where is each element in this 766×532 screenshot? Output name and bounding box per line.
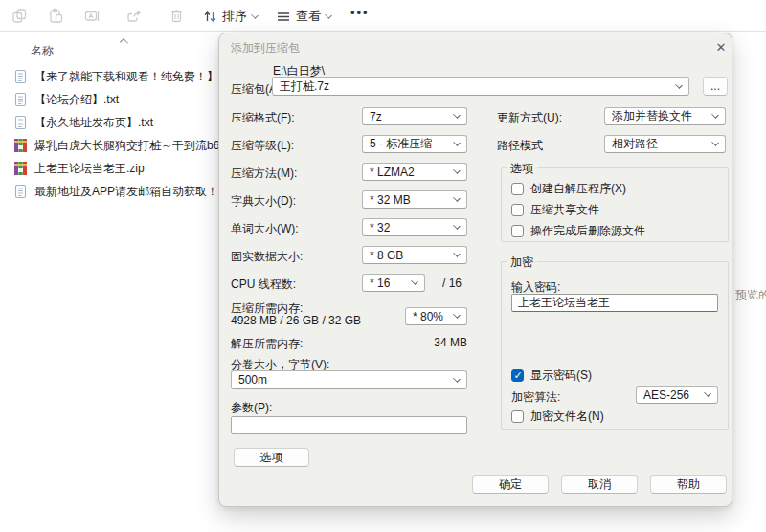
memory-usage-detail: 4928 MB / 26 GB / 32 GB: [231, 314, 361, 327]
encryption-groupbox: 加密 输入密码: 显示密码(S) 加密算法: AES-256 加密文件名(N): [501, 261, 729, 430]
solid-block-combobox[interactable]: * 8 GB: [362, 246, 467, 264]
file-row[interactable]: 爆乳白虎大长腿狗交打桩～干到流b6587...: [13, 136, 248, 155]
memory-percent-combobox[interactable]: * 80%: [405, 307, 467, 325]
dictionary-label: 字典大小(D):: [231, 193, 296, 210]
encrypt-filenames-checkbox[interactable]: 加密文件名(N): [511, 409, 604, 425]
options-group-title: 选项: [507, 161, 537, 177]
text-file-icon: [13, 115, 28, 130]
level-combobox[interactable]: 5 - 标准压缩: [362, 135, 467, 153]
view-lines-icon: [276, 10, 291, 24]
chevron-down-icon: [325, 11, 332, 19]
file-row[interactable]: 【永久地址发布页】.txt: [13, 113, 153, 132]
file-row[interactable]: 【论坛介绍】.txt: [13, 90, 119, 109]
file-name: 爆乳白虎大长腿狗交打桩～干到流b6587...: [34, 138, 248, 154]
cpu-threads-label: CPU 线程数:: [231, 277, 296, 293]
paste-icon[interactable]: [48, 8, 64, 24]
compress-shared-label: 压缩共享文件: [530, 202, 599, 218]
chevron-down-icon: [453, 222, 461, 230]
delete-after-checkbox[interactable]: 操作完成后删除源文件: [511, 223, 645, 239]
help-button[interactable]: 帮助: [650, 475, 727, 494]
share-icon[interactable]: [125, 8, 142, 24]
view-button[interactable]: 查看: [276, 5, 331, 28]
parameters-input[interactable]: [231, 416, 467, 434]
update-mode-combobox[interactable]: 添加并替换文件: [604, 107, 726, 125]
dictionary-value: * 32 MB: [370, 193, 411, 207]
delete-icon[interactable]: [169, 8, 185, 24]
text-file-icon: [13, 69, 28, 84]
word-size-combobox[interactable]: * 32: [362, 218, 467, 236]
decompress-memory-value: 34 MB: [425, 336, 467, 349]
chevron-down-icon: [704, 389, 711, 397]
copy-icon[interactable]: [11, 8, 28, 24]
show-password-checkbox[interactable]: 显示密码(S): [511, 367, 592, 384]
file-name: 【永久地址发布页】.txt: [34, 115, 153, 131]
file-name: 【论坛介绍】.txt: [34, 92, 119, 108]
update-mode-label: 更新方式(U):: [497, 110, 562, 126]
checkbox-unchecked-icon: [511, 204, 524, 216]
checkbox-unchecked-icon: [511, 225, 524, 237]
options-button[interactable]: 选项: [234, 448, 309, 467]
dictionary-combobox[interactable]: * 32 MB: [362, 190, 467, 209]
add-to-archive-dialog: 添加到压缩包 ✕ 压缩包(A) E:\白日梦\ 王打桩.7z ... 压缩格式(…: [218, 33, 732, 507]
path-mode-combobox[interactable]: 相对路径: [604, 135, 726, 153]
volume-size-combobox[interactable]: 500m: [231, 370, 467, 389]
chevron-down-icon: [453, 111, 461, 119]
file-row[interactable]: 最新地址及APP请发邮箱自动获取！！！...: [13, 182, 251, 201]
solid-block-label: 固实数据大小:: [231, 249, 303, 265]
password-input[interactable]: [511, 294, 718, 312]
encryption-method-value: AES-256: [643, 388, 689, 402]
checkbox-checked-icon: [511, 369, 524, 382]
chevron-down-icon: [453, 311, 461, 319]
explorer-toolbar: 排序 查看 •••: [0, 0, 766, 32]
chevron-down-icon: [711, 139, 719, 146]
method-label: 压缩方法(M):: [231, 166, 297, 182]
dialog-title: 添加到压缩包: [231, 40, 300, 56]
archive-name-value: 王打桩.7z: [280, 78, 329, 95]
chevron-down-icon: [675, 81, 683, 89]
file-row[interactable]: 上老王论坛当老王.zip: [13, 159, 145, 178]
checkbox-unchecked-icon: [511, 183, 524, 195]
level-label: 压缩等级(L):: [231, 138, 294, 154]
create-sfx-label: 创建自解压程序(X): [530, 181, 626, 197]
more-options-button[interactable]: •••: [350, 6, 370, 20]
ok-button[interactable]: 确定: [472, 475, 549, 494]
compress-shared-checkbox[interactable]: 压缩共享文件: [511, 202, 599, 218]
view-label: 查看: [296, 8, 321, 25]
cpu-threads-combobox[interactable]: * 16: [362, 274, 425, 292]
path-mode-value: 相对路径: [612, 136, 658, 152]
archive-file-icon: [13, 138, 28, 153]
delete-after-label: 操作完成后删除源文件: [530, 223, 645, 239]
sort-button[interactable]: 排序: [203, 5, 258, 28]
encryption-method-combobox[interactable]: AES-256: [636, 386, 718, 404]
close-icon[interactable]: ✕: [711, 37, 731, 56]
solid-block-value: * 8 GB: [370, 249, 403, 262]
file-row[interactable]: 【来了就能下载和观看！纯免费！】.txt: [13, 67, 234, 86]
browse-button[interactable]: ...: [703, 77, 728, 96]
chevron-down-icon: [453, 166, 461, 174]
text-file-icon: [13, 184, 28, 199]
checkbox-unchecked-icon: [511, 410, 524, 423]
word-size-value: * 32: [370, 221, 390, 234]
method-combobox[interactable]: * LZMA2: [362, 163, 467, 181]
sort-ascending-icon: [120, 38, 128, 47]
format-value: 7z: [370, 110, 382, 123]
format-combobox[interactable]: 7z: [362, 107, 467, 125]
encrypt-filenames-label: 加密文件名(N): [530, 409, 604, 425]
column-header-name[interactable]: 名称: [31, 43, 54, 59]
archive-name-combobox[interactable]: 王打桩.7z: [272, 77, 689, 96]
chevron-down-icon: [453, 375, 461, 383]
options-groupbox: 选项 创建自解压程序(X) 压缩共享文件 操作完成后删除源文件: [501, 167, 729, 242]
cpu-threads-max: / 16: [442, 277, 462, 290]
cancel-button[interactable]: 取消: [561, 475, 638, 494]
format-label: 压缩格式(F):: [231, 110, 295, 126]
update-mode-value: 添加并替换文件: [612, 108, 692, 124]
chevron-down-icon: [453, 250, 461, 257]
chevron-down-icon: [251, 11, 259, 19]
create-sfx-checkbox[interactable]: 创建自解压程序(X): [511, 181, 626, 197]
encryption-group-title: 加密: [507, 255, 537, 271]
path-mode-label: 路径模式: [497, 138, 543, 154]
rename-icon[interactable]: [84, 8, 101, 24]
decompress-memory-label: 解压所需内存:: [231, 336, 303, 352]
text-file-icon: [13, 92, 28, 107]
chevron-down-icon: [453, 139, 461, 146]
